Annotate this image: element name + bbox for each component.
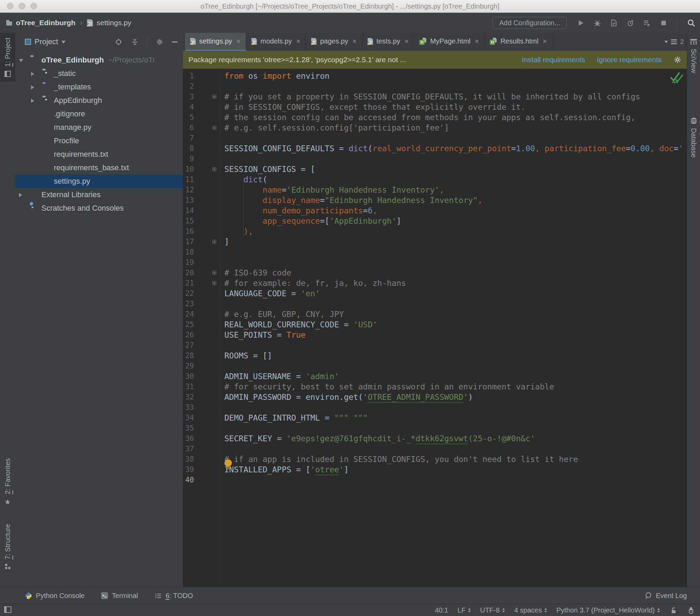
fold-marker-icon[interactable] xyxy=(212,95,216,99)
tab-settings.py[interactable]: settings.py× xyxy=(185,33,246,51)
stripe-tab-SciView[interactable]: SciView xyxy=(687,34,700,78)
profiler-icon[interactable] xyxy=(626,19,634,27)
ignore-requirements-link[interactable]: Ignore requirements xyxy=(597,56,662,64)
run-icon[interactable] xyxy=(577,19,585,27)
line-separator-widget[interactable]: LF xyxy=(458,606,471,614)
pycharm-window: oTree_Edinburgh [~/Projects/oTree_Projec… xyxy=(0,0,700,616)
toolwindow-button-Python Console[interactable]: Python Console xyxy=(25,592,85,600)
stripe-tab-label: 1: Project xyxy=(4,38,12,67)
fold-marker-icon[interactable] xyxy=(212,126,216,130)
tree-item-requirements.txt[interactable]: requirements.txt xyxy=(15,148,183,161)
line-number: 16 xyxy=(183,226,194,237)
tree-item-External Libraries[interactable]: External Libraries xyxy=(15,188,183,202)
chevron-down-icon[interactable] xyxy=(61,41,66,46)
toolwindow-button-label: Python Console xyxy=(36,592,85,600)
line-number: 15 xyxy=(183,216,194,226)
fold-marker-icon[interactable] xyxy=(212,281,216,285)
close-tab-icon[interactable]: × xyxy=(404,37,409,46)
interpreter-widget[interactable]: Python 3.7 (Project_HelloWorld) xyxy=(556,606,660,614)
encoding-widget[interactable]: UTF-8 xyxy=(480,606,505,614)
tree-item-.gitignore[interactable]: .gitignore xyxy=(15,107,183,121)
chevron-right-icon[interactable] xyxy=(19,193,22,197)
install-requirements-link[interactable]: Install requirements xyxy=(522,56,585,64)
locate-file-icon[interactable] xyxy=(115,38,123,46)
tree-item-_static[interactable]: _static xyxy=(15,67,183,80)
code-line: 18 xyxy=(183,247,687,257)
tab-tests.py[interactable]: tests.py× xyxy=(362,33,415,51)
tab-models.py[interactable]: models.py× xyxy=(246,33,306,51)
inspection-profile-icon[interactable] xyxy=(687,606,695,615)
event-log-button[interactable]: Event Log xyxy=(644,587,687,604)
add-configuration-button[interactable]: Add Configuration... xyxy=(493,17,567,29)
stripe-tab-Database[interactable]: Database xyxy=(687,113,700,163)
line-number: 39 xyxy=(183,464,194,475)
python-file-icon xyxy=(87,19,93,27)
toolwindow-button-6: TODO[interactable]: 6: TODO xyxy=(155,592,193,600)
tab-pages.py[interactable]: pages.py× xyxy=(306,33,362,51)
panel-settings-gear-icon[interactable] xyxy=(156,38,164,46)
tree-item-Scratches and Consoles[interactable]: Scratches and Consoles xyxy=(15,202,183,215)
tree-item-oTree_Edinburgh[interactable]: oTree_Edinburgh~/Projects/oTr xyxy=(15,54,183,67)
tree-item-_templates[interactable]: _templates xyxy=(15,80,183,94)
tab-dropdown-icon[interactable] xyxy=(664,41,668,45)
close-tab-icon[interactable]: × xyxy=(475,37,479,46)
toolwindow-bar: Python ConsoleTerminal6: TODO Event Log xyxy=(0,587,700,604)
stripe-tab-1: Project[interactable]: 1: Project xyxy=(0,33,15,82)
code-line: 24# e.g. EUR, GBP, CNY, JPY xyxy=(183,309,687,319)
tab-Results.html[interactable]: Results.html× xyxy=(485,33,553,51)
code-text: # in SESSION_CONFIGS, except those that … xyxy=(224,102,525,112)
code-line: 25REAL_WORLD_CURRENCY_CODE = 'USD' xyxy=(183,319,687,330)
toolwindow-button-Terminal[interactable]: Terminal xyxy=(101,592,138,600)
line-number: 33 xyxy=(183,402,194,413)
tree-item-requirements_base.txt[interactable]: requirements_base.txt xyxy=(15,161,183,175)
tree-item-Procfile[interactable]: Procfile xyxy=(15,134,183,148)
stop-icon[interactable] xyxy=(660,19,668,27)
close-tab-icon[interactable]: × xyxy=(543,37,547,46)
chevron-right-icon[interactable] xyxy=(31,72,34,76)
breadcrumb-project[interactable]: oTree_Edinburgh xyxy=(16,19,76,27)
indent-widget[interactable]: 4 spaces xyxy=(514,606,547,614)
code-editor[interactable]: 1from os import environ23# if you set a … xyxy=(183,69,687,587)
tree-item-settings.py[interactable]: settings.py xyxy=(15,175,183,188)
intention-bulb-icon[interactable] xyxy=(223,458,233,470)
caret-position[interactable]: 40:1 xyxy=(435,606,448,614)
sciview-icon xyxy=(690,39,697,45)
tab-bar-controls: 2 xyxy=(664,33,684,51)
debug-icon[interactable] xyxy=(593,19,601,27)
fold-marker-icon[interactable] xyxy=(212,271,216,275)
run-with-coverage-icon[interactable] xyxy=(610,19,618,27)
stripe-tab-2: Favorites[interactable]: 2: Favorites★ xyxy=(0,453,15,510)
chevron-right-icon[interactable] xyxy=(31,99,34,103)
breadcrumb-file[interactable]: settings.py xyxy=(97,19,131,27)
inspections-ok-check-icon[interactable] xyxy=(669,71,684,84)
code-text: app_sequence=['AppEdinburgh'] xyxy=(224,216,401,226)
close-tab-icon[interactable]: × xyxy=(236,37,241,46)
close-tab-icon[interactable]: × xyxy=(352,37,357,46)
chevron-down-icon[interactable] xyxy=(19,59,23,62)
toolwindow-switcher-icon[interactable] xyxy=(4,606,11,613)
tab-list-icon[interactable] xyxy=(671,39,677,44)
notification-settings-gear-icon[interactable] xyxy=(673,56,682,64)
collapse-all-icon[interactable] xyxy=(131,38,139,46)
hide-panel-icon[interactable] xyxy=(172,41,177,42)
chevron-right-icon[interactable] xyxy=(31,85,34,89)
tree-item-manage.py[interactable]: manage.py xyxy=(15,121,183,134)
project-panel-header: Project xyxy=(15,33,183,51)
search-everywhere-icon[interactable] xyxy=(687,18,696,28)
run-configurations-icon[interactable] xyxy=(643,19,651,27)
status-bar: 40:1 LF UTF-8 4 spaces Python 3.7 (Proje… xyxy=(0,604,700,616)
stripe-tab-7: Structure[interactable]: 7: Structure xyxy=(0,519,15,574)
unlock-icon[interactable] xyxy=(669,606,678,615)
tree-item-AppEdinburgh[interactable]: AppEdinburgh xyxy=(15,94,183,107)
toolwindow-button-label: 6: TODO xyxy=(166,592,193,600)
project-panel-title[interactable]: Project xyxy=(35,37,58,46)
fold-marker-icon[interactable] xyxy=(212,240,216,244)
close-tab-icon[interactable]: × xyxy=(296,37,301,46)
fold-marker-icon[interactable] xyxy=(212,167,216,171)
tab-MyPage.html[interactable]: MyPage.html× xyxy=(414,33,485,51)
project-tool-window: Project oTree_Edinburgh~/Projects/oTr_st… xyxy=(15,33,183,587)
editor-tab-bar: settings.py×models.py×pages.py×tests.py×… xyxy=(183,33,687,51)
main-area: 1: Project2: Favorites★7: Structure Proj… xyxy=(0,33,700,587)
navigation-bar: oTree_Edinburgh › settings.py Add Config… xyxy=(0,13,700,33)
tree-item-label: _static xyxy=(54,69,76,78)
